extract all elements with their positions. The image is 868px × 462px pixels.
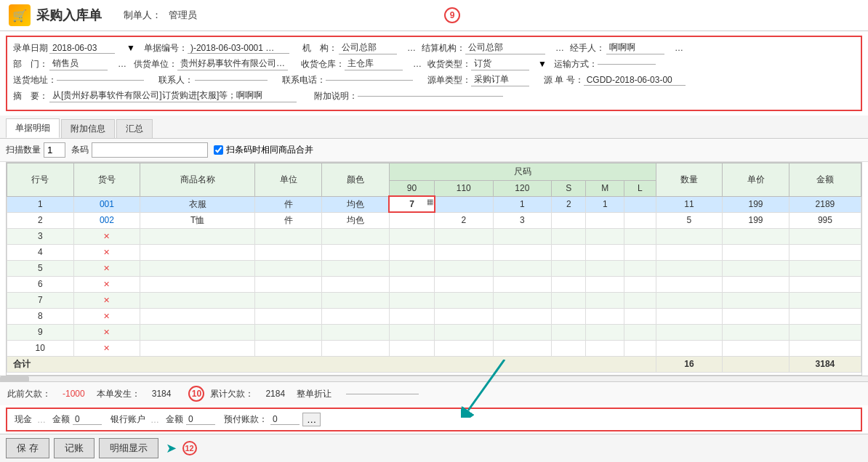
cash-dots[interactable]: …: [37, 415, 46, 425]
account-button[interactable]: 记账: [54, 438, 95, 458]
handler-dots: …: [675, 43, 683, 53]
cell-code[interactable]: 001: [73, 196, 140, 212]
handler-value: 啊啊啊: [606, 41, 664, 54]
col-price: 单价: [723, 163, 789, 197]
header: 🛒 采购入库单 制单人： 管理员 9: [0, 0, 868, 31]
bottom-info: 此前欠款： -1000 本单发生： 3184 10 累计欠款： 2184 整单折…: [0, 381, 868, 405]
total-price: [723, 356, 789, 372]
col-unit: 单位: [255, 163, 322, 197]
org-label: 机 构：: [302, 42, 339, 54]
cell-s120[interactable]: 3: [493, 212, 552, 228]
doc-no-label: 单据编号：: [144, 42, 188, 54]
cell-delete[interactable]: ✕: [73, 292, 140, 308]
action-bar: 保 存 记账 明细显示 ➤ 12: [0, 434, 868, 462]
table-row[interactable]: 10 ✕: [7, 340, 861, 356]
table-row[interactable]: 6 ✕: [7, 276, 861, 292]
table-row[interactable]: 7 ✕: [7, 292, 861, 308]
cell-delete[interactable]: ✕: [73, 308, 140, 324]
cell-price: 199: [723, 196, 789, 212]
warehouse-value: 主仓库: [345, 57, 403, 70]
settle-label: 结算机构：: [422, 42, 465, 54]
tab-summary[interactable]: 汇总: [116, 119, 153, 138]
save-button[interactable]: 保 存: [6, 438, 49, 458]
warehouse-label: 收货仓库：: [301, 58, 345, 70]
dropdown-arrow-date[interactable]: ▼: [126, 43, 135, 53]
scan-qty-label: 扫描数量: [6, 144, 41, 156]
prepay-button[interactable]: …: [302, 413, 321, 426]
cell-sM[interactable]: 1: [586, 196, 624, 212]
payment-cash: 现金 … 金额 0: [15, 413, 102, 426]
cash-amount[interactable]: 0: [73, 414, 102, 425]
table-row[interactable]: 3 ✕: [7, 228, 861, 244]
merge-checkbox-area[interactable]: 扫条码时相同商品合并: [214, 144, 313, 156]
merge-checkbox[interactable]: [214, 145, 223, 155]
tab-extra[interactable]: 附加信息: [61, 119, 115, 138]
dropdown-arrow-recv[interactable]: ▼: [538, 59, 547, 69]
cell-sL[interactable]: [624, 212, 656, 228]
org-value: 公司总部: [339, 41, 397, 54]
dept-label: 部 门：: [13, 58, 49, 70]
total-debt-value: 2184: [265, 389, 285, 399]
cell-s90[interactable]: [389, 212, 434, 228]
addr-label: 送货地址：: [13, 74, 57, 86]
cell-delete[interactable]: ✕: [73, 228, 140, 244]
tabs-area: 单据明细 附加信息 汇总: [0, 115, 868, 139]
cell-no: 6: [7, 276, 74, 292]
date-value[interactable]: 2018-06-03: [49, 43, 115, 54]
form-row-4: 摘 要： 从[贵州好易事软件有限公司]订货购进[衣服]等；啊啊啊 附加说明：: [13, 89, 855, 102]
warehouse-dots: …: [413, 59, 422, 69]
table-row[interactable]: 4 ✕: [7, 244, 861, 260]
scan-barcode-label: 条码: [71, 144, 89, 156]
cell-s110[interactable]: [435, 196, 494, 212]
cell-s90[interactable]: 7 ▦: [389, 196, 434, 212]
bank-amount-label: 金额: [166, 413, 183, 426]
scrollbar[interactable]: [0, 376, 868, 381]
cash-amount-label: 金额: [52, 413, 70, 426]
table-row[interactable]: 5 ✕: [7, 260, 861, 276]
teal-arrow-container: [461, 360, 519, 420]
cell-delete[interactable]: ✕: [73, 324, 140, 340]
cell-delete[interactable]: ✕: [73, 260, 140, 276]
contact-value: [195, 80, 268, 81]
cell-sS[interactable]: [552, 212, 586, 228]
cell-name[interactable]: 衣服: [140, 196, 255, 212]
cell-sL[interactable]: [624, 196, 656, 212]
col-amount: 金额: [789, 163, 861, 197]
cell-delete[interactable]: ✕: [73, 276, 140, 292]
col-size-group: 尺码: [389, 163, 656, 181]
scan-barcode-input[interactable]: [92, 142, 208, 158]
note-value: 从[贵州好易事软件有限公司]订货购进[衣服]等；啊啊啊: [49, 89, 297, 102]
table-row[interactable]: 9 ✕: [7, 324, 861, 340]
prepay-value[interactable]: 0: [270, 414, 300, 425]
cell-name[interactable]: [140, 228, 255, 244]
cell-no: 5: [7, 260, 74, 276]
scan-bar: 扫描数量 条码 扫条码时相同商品合并: [0, 139, 868, 162]
table-row[interactable]: 8 ✕: [7, 308, 861, 324]
recv-type-value: 订货: [471, 57, 529, 70]
cell-sS[interactable]: 2: [552, 196, 586, 212]
cell-s110[interactable]: 2: [435, 212, 494, 228]
supplier-value: 贵州好易事软件有限公司…: [177, 57, 288, 70]
maker-label: 制单人：: [124, 9, 161, 22]
cell-no: 1: [7, 196, 74, 212]
scan-qty-input[interactable]: [44, 142, 65, 158]
cell-delete[interactable]: ✕: [73, 244, 140, 260]
bank-amount[interactable]: 0: [186, 414, 215, 425]
small-teal-arrow: ➤: [166, 440, 177, 456]
col-s120: 120: [493, 181, 552, 197]
prev-debt-label: 此前欠款：: [7, 388, 51, 400]
cell-s120[interactable]: 1: [493, 196, 552, 212]
cell-sM[interactable]: [586, 212, 624, 228]
cell-delete[interactable]: ✕: [73, 340, 140, 356]
recv-type-label: 收货类型：: [427, 58, 471, 70]
cell-amount: 995: [789, 212, 861, 228]
table-row[interactable]: 2 002 T恤 件 均色 2 3 5 199 995: [7, 212, 861, 228]
table-row[interactable]: 1 001 衣服 件 均色 7 ▦ 1 2 1 11 199 2: [7, 196, 861, 212]
cell-code[interactable]: 002: [73, 212, 140, 228]
form-row-3: 送货地址： 联系人： 联系电话： 源单类型： 采购订单 源 单 号： CGDD-…: [13, 73, 855, 86]
discount-value[interactable]: [346, 394, 419, 394]
tab-detail[interactable]: 单据明细: [6, 118, 60, 138]
cell-name[interactable]: T恤: [140, 212, 255, 228]
bank-dots[interactable]: …: [150, 415, 159, 425]
detail-button[interactable]: 明细显示: [99, 438, 158, 458]
